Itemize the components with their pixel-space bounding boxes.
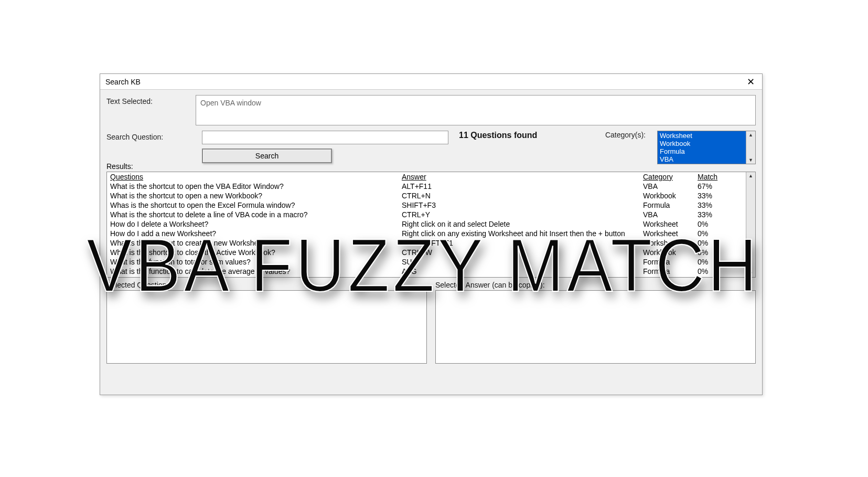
scroll-up-icon[interactable]: ▲ [748,172,753,179]
text-selected-box[interactable]: Open VBA window [196,95,756,125]
table-row[interactable]: What is the shortcut to close the Active… [107,248,746,257]
category-scrollbar[interactable]: ▲ ▼ [746,131,755,164]
titlebar: Search KB ✕ [100,74,762,90]
table-row[interactable]: How do I delete a Worksheet?Right click … [107,219,746,229]
questions-found-label: 11 Questions found [459,131,537,140]
table-row[interactable]: What is the shortcut to open a new Workb… [107,191,746,200]
category-option[interactable]: Formula [660,147,744,155]
category-label: Category(s): [605,131,646,139]
category-option[interactable]: VBA [660,155,744,163]
selected-answer-label: Selected Answer (can be copied): [435,281,756,289]
dialog-title: Search KB [105,78,141,86]
table-row[interactable]: How do I add a new Worksheet?Right click… [107,229,746,238]
scroll-up-icon[interactable]: ▲ [748,131,753,139]
search-question-label: Search Question: [106,131,196,141]
dialog-body: Text Selected: Open VBA window Search Qu… [100,90,762,369]
table-row[interactable]: What is the function to calculate the av… [107,267,746,276]
scroll-down-icon[interactable]: ▼ [748,270,753,277]
search-kb-dialog: Search KB ✕ Text Selected: Open VBA wind… [100,73,763,395]
category-listbox[interactable]: WorksheetWorkbookFormulaVBA ▲ ▼ [657,131,756,164]
col-header-questions: Questions [110,173,402,181]
col-header-category: Category [643,173,698,181]
close-icon[interactable]: ✕ [745,76,757,88]
table-row[interactable]: What is the shortcut to create a new Wor… [107,238,746,248]
table-row[interactable]: Whas is the shortcut to open the Excel F… [107,200,746,210]
results-scrollbar[interactable]: ▲ ▼ [746,172,755,277]
selected-answer-box[interactable] [435,290,756,364]
table-row[interactable]: What is the shortcut to open the VBA Edi… [107,182,746,191]
text-selected-label: Text Selected: [106,95,196,105]
results-header: Questions Answer Category Match [107,172,746,182]
col-header-match: Match [698,173,729,181]
col-header-answer: Answer [402,173,643,181]
category-option[interactable]: Worksheet [660,132,744,140]
search-button[interactable]: Search [202,149,332,163]
search-question-input[interactable] [202,131,448,144]
category-option[interactable]: Workbook [660,140,744,147]
table-row[interactable]: What is the function to total or sum val… [107,257,746,267]
scroll-down-icon[interactable]: ▼ [748,156,753,164]
results-listbox[interactable]: Questions Answer Category Match What is … [106,172,756,278]
table-row[interactable]: What is the shortcut to delete a line of… [107,210,746,219]
selected-question-box[interactable] [106,290,427,364]
selected-question-label: Selected Question: [106,281,427,289]
